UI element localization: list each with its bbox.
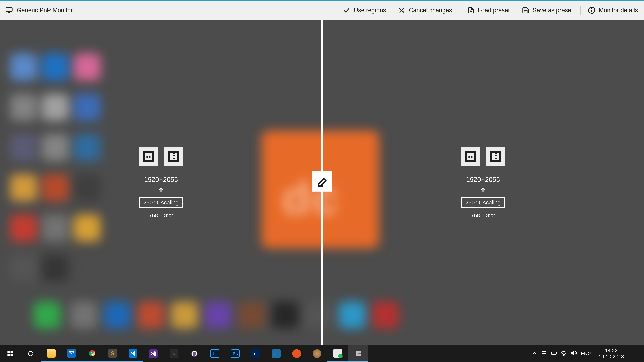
load-preset-label: Load preset (478, 7, 510, 14)
battery-icon (551, 350, 558, 357)
action-center-button[interactable] (628, 352, 642, 355)
split-vertical-button[interactable] (486, 147, 506, 166)
monitor-name: Generic PnP Monitor (17, 7, 73, 14)
cancel-changes-button[interactable]: Cancel changes (392, 1, 458, 20)
powershell-core-icon: ›_ (271, 349, 281, 359)
split-buttons-right (460, 147, 506, 166)
save-as-preset-button[interactable]: Save as preset (516, 1, 579, 20)
vscode-button[interactable] (123, 345, 143, 362)
github-icon (189, 349, 200, 359)
windows-icon (5, 349, 15, 359)
system-tray: ENG 14:22 19.10.2018 (530, 345, 644, 362)
toolbar: Generic PnP Monitor Use regions Cancel c… (0, 0, 644, 20)
plex-button[interactable]: › (164, 345, 184, 362)
arrow-up-icon (158, 187, 164, 194)
current-app-button[interactable] (348, 345, 368, 362)
use-regions-button[interactable]: Use regions (337, 1, 392, 20)
misc-app-button[interactable] (307, 345, 327, 362)
scaled-resolution: 768 × 822 (149, 212, 173, 219)
svg-point-29 (91, 352, 93, 354)
cortana-button[interactable] (20, 345, 41, 362)
svg-point-24 (28, 352, 33, 356)
svg-point-36 (564, 355, 564, 356)
arrow-up-icon (480, 187, 486, 194)
info-icon (588, 6, 595, 14)
clock-button[interactable]: 14:22 19.10.2018 (594, 348, 628, 360)
plex-icon: › (169, 349, 179, 359)
visual-studio-icon (148, 349, 158, 359)
toolbar-right: Use regions Cancel changes Load preset S… (337, 1, 644, 20)
save-preset-icon (522, 6, 529, 14)
svg-rect-35 (556, 353, 557, 354)
toolbar-divider (580, 5, 580, 15)
svg-rect-31 (356, 351, 358, 356)
mail-button[interactable] (62, 345, 82, 362)
clock-time: 14:22 (599, 348, 624, 354)
svg-rect-23 (10, 354, 13, 356)
region-resolution: 1920×2055 (466, 176, 500, 183)
split-buttons-left (138, 147, 184, 166)
visual-studio-button[interactable] (143, 345, 164, 362)
photoshop-icon: Ps (230, 349, 240, 359)
monitor-details-label: Monitor details (599, 7, 638, 14)
power-tray-button[interactable] (549, 345, 559, 362)
scaling-button[interactable]: 250 % scaling (139, 197, 183, 208)
powershell-icon: ›_ (251, 349, 261, 359)
file-explorer-icon (46, 348, 56, 358)
use-regions-label: Use regions (354, 7, 386, 14)
dropbox-tray-button[interactable] (540, 345, 549, 362)
taskbar: S › Lr Ps ›_ ›_ ENG 14:22 19.10. (0, 345, 644, 362)
svg-point-8 (591, 8, 592, 9)
cancel-changes-label: Cancel changes (409, 7, 452, 14)
svg-rect-21 (10, 351, 13, 353)
toolbar-divider (460, 5, 460, 15)
svg-rect-20 (8, 351, 10, 353)
region-resolution: 1920×2055 (144, 176, 178, 183)
split-horizontal-button[interactable] (460, 147, 480, 166)
sublime-icon: S (108, 348, 118, 358)
ubuntu-button[interactable] (286, 345, 307, 362)
cortana-icon (26, 349, 36, 359)
powershell-core-button[interactable]: ›_ (266, 345, 286, 362)
volume-icon (570, 350, 577, 357)
region-editor-canvas[interactable]: dc (0, 20, 644, 345)
svg-rect-33 (358, 354, 360, 356)
chrome-button[interactable] (82, 345, 102, 362)
save-as-preset-label: Save as preset (533, 7, 573, 14)
volume-tray-button[interactable] (569, 345, 578, 362)
tool-app-button[interactable] (327, 345, 348, 362)
scaled-resolution: 768 × 822 (471, 212, 495, 219)
toolbar-left: Generic PnP Monitor (0, 6, 73, 14)
language-indicator[interactable]: ENG (578, 351, 594, 357)
github-button[interactable] (184, 345, 204, 362)
misc-app-icon (312, 349, 322, 359)
split-vertical-button[interactable] (164, 147, 184, 166)
clock-date: 19.10.2018 (599, 354, 624, 360)
monitor-icon (5, 6, 13, 14)
monitor-details-button[interactable]: Monitor details (582, 1, 644, 20)
split-horizontal-button[interactable] (138, 147, 158, 166)
file-explorer-button[interactable] (41, 345, 62, 362)
lightroom-button[interactable]: Lr (204, 345, 225, 362)
start-button[interactable] (0, 345, 20, 362)
lightroom-icon: Lr (210, 349, 220, 359)
scaling-button[interactable]: 250 % scaling (461, 197, 505, 208)
wifi-tray-button[interactable] (559, 345, 569, 362)
svg-rect-32 (358, 351, 360, 353)
svg-rect-34 (552, 352, 556, 354)
check-icon (343, 6, 350, 14)
tool-app-icon (332, 348, 343, 358)
close-icon (398, 6, 405, 14)
current-app-icon (353, 348, 363, 358)
svg-marker-37 (571, 351, 574, 355)
load-preset-button[interactable]: Load preset (461, 1, 516, 20)
chrome-icon (87, 348, 97, 358)
powershell-button[interactable]: ›_ (246, 345, 266, 362)
tray-overflow-button[interactable] (530, 345, 540, 362)
delete-divider-button[interactable] (312, 171, 332, 192)
sublime-button[interactable]: S (102, 345, 123, 362)
wifi-icon (560, 350, 567, 357)
photoshop-button[interactable]: Ps (225, 345, 246, 362)
load-preset-icon (467, 6, 474, 14)
dropbox-icon (541, 350, 548, 357)
